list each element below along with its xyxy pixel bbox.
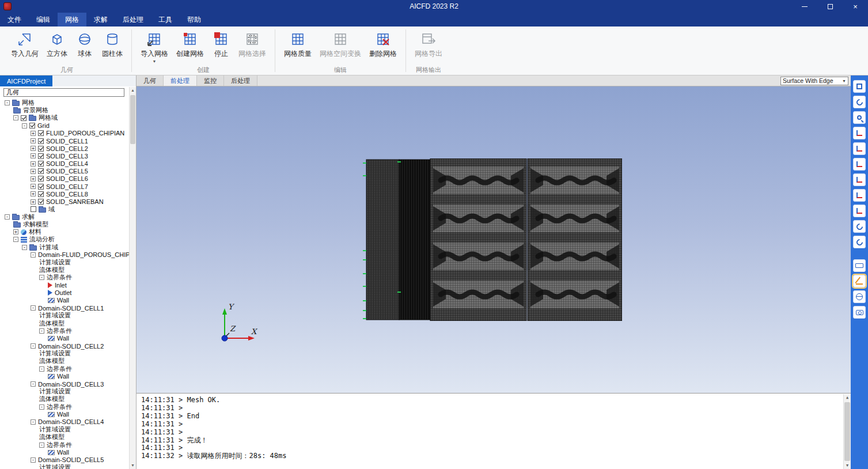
tree-checkbox[interactable] [31, 206, 36, 212]
tree-item[interactable]: +SOLID_CELL8 [0, 190, 129, 198]
console-scrollbar[interactable]: ▲ ▼ [843, 394, 851, 469]
tree-checkbox[interactable] [38, 168, 44, 174]
collapse-icon[interactable]: - [31, 381, 36, 387]
tree-item[interactable]: -求解 [0, 213, 129, 221]
tree-item[interactable]: 计算域设置 [0, 350, 129, 357]
scroll-up-icon[interactable]: ▲ [844, 394, 851, 401]
tree-item[interactable]: -Domain-SOLID_CELL5 [0, 456, 129, 464]
screen-layout-button[interactable] [853, 80, 866, 93]
mesh-view[interactable] [363, 158, 622, 321]
view-tab-1[interactable]: 前处理 [164, 75, 197, 86]
refresh-view-button[interactable] [853, 96, 866, 108]
tree-item[interactable]: 流体模型 [0, 266, 129, 274]
tree-item[interactable]: Outlet [0, 289, 129, 297]
view-front-button[interactable] [853, 158, 866, 171]
view-left-button[interactable] [853, 127, 866, 139]
view-bottom-button[interactable] [853, 205, 866, 217]
collapse-icon[interactable]: - [31, 305, 36, 311]
collapse-icon[interactable]: - [39, 275, 44, 280]
view-tab-2[interactable]: 监控 [197, 75, 224, 86]
mesh-quality-button[interactable]: 网格质量 [280, 28, 316, 59]
expand-icon[interactable]: + [31, 176, 36, 181]
expand-icon[interactable]: + [31, 153, 36, 158]
tree-item[interactable]: 流体模型 [0, 357, 129, 365]
menu-item-file[interactable]: 文件 [0, 13, 29, 27]
collapse-icon[interactable]: - [5, 100, 10, 105]
mesh-export-button[interactable]: 网格导出 [411, 28, 446, 59]
tree-item[interactable]: 求解模型 [0, 221, 129, 228]
tree-item[interactable]: +SOLID_CELL2 [0, 145, 129, 152]
tree-item[interactable]: Wall [0, 335, 129, 342]
expand-icon[interactable]: + [31, 184, 36, 189]
create-mesh-button[interactable]: 创建网格 [172, 28, 208, 59]
tree-checkbox[interactable] [38, 130, 44, 136]
tree-item[interactable]: -边界条件 [0, 365, 129, 373]
expand-icon[interactable]: + [31, 131, 36, 136]
tree-item[interactable]: -网格 [0, 99, 129, 107]
collapse-icon[interactable]: - [39, 366, 44, 372]
expand-icon[interactable]: + [31, 191, 36, 196]
tree-item[interactable]: 计算域设置 [0, 388, 129, 395]
menu-item-mesh[interactable]: 网格 [58, 13, 86, 27]
tree-item[interactable]: +SOLID_CELL4 [0, 160, 129, 168]
tree-item[interactable]: 流体模型 [0, 395, 129, 403]
view-right-button[interactable] [853, 142, 866, 155]
tree-item[interactable]: -Domain-FLUID_POROUS_CHIPIAN [0, 251, 129, 259]
tree-item[interactable]: +SOLID_CELL5 [0, 168, 129, 175]
expand-icon[interactable]: + [13, 229, 18, 234]
expand-icon[interactable]: + [31, 138, 36, 143]
tree-item[interactable]: 计算域设置 [0, 426, 129, 433]
tree-checkbox[interactable] [38, 191, 44, 197]
collapse-icon[interactable]: - [13, 115, 18, 120]
menu-item-edit[interactable]: 编辑 [29, 13, 58, 27]
view-back-button[interactable] [853, 173, 866, 186]
scroll-down-icon[interactable]: ▼ [130, 462, 136, 469]
tree-item[interactable]: +SOLID_SANREBAN [0, 198, 129, 205]
collapse-icon[interactable]: - [31, 419, 36, 425]
tree-item[interactable]: +SOLID_CELL1 [0, 137, 129, 145]
tree-item[interactable]: 域 [0, 206, 129, 213]
tree-item[interactable]: 背景网格 [0, 107, 129, 114]
cylinder-button[interactable]: 圆柱体 [98, 28, 127, 59]
tree-filter-input[interactable] [3, 88, 124, 97]
sphere-button[interactable]: 球体 [71, 28, 98, 59]
import-geometry-button[interactable]: 导入几何 [7, 28, 43, 59]
view-tab-3[interactable]: 后处理 [224, 75, 257, 86]
expand-icon[interactable]: + [31, 199, 36, 205]
menu-item-solve[interactable]: 求解 [86, 13, 115, 27]
tree-item[interactable]: -边界条件 [0, 274, 129, 281]
tree-item[interactable]: -Domain-SOLID_CELL4 [0, 418, 129, 426]
viewport-3d[interactable]: Y X Z [137, 86, 851, 393]
menu-item-post[interactable]: 后处理 [115, 13, 151, 27]
tree-item[interactable]: +SOLID_CELL3 [0, 152, 129, 160]
tree-item[interactable]: +FLUID_POROUS_CHIPIAN [0, 130, 129, 137]
display-mode-select[interactable]: Surface With Edge ▼ [780, 77, 848, 85]
collapse-icon[interactable]: - [22, 123, 27, 128]
tree-item[interactable]: -网格域 [0, 114, 129, 122]
measure-angle-button[interactable] [853, 275, 866, 288]
tree-item[interactable]: -计算域 [0, 244, 129, 251]
tree-scroll-thumb[interactable] [130, 95, 135, 144]
expand-icon[interactable]: + [31, 146, 36, 151]
collapse-icon[interactable]: - [39, 328, 44, 334]
import-mesh-button[interactable]: 导入网格▼ [137, 28, 172, 63]
tree-item[interactable]: +SOLID_CELL6 [0, 175, 129, 183]
tree-item[interactable]: Wall [0, 411, 129, 418]
collapse-icon[interactable]: - [5, 214, 10, 220]
delete-mesh-button[interactable]: 删除网格 [365, 28, 401, 59]
tree-checkbox[interactable] [38, 199, 44, 205]
tree-item[interactable]: Inlet [0, 282, 129, 289]
close-button[interactable]: × [843, 0, 868, 13]
tree-item[interactable]: +材料 [0, 228, 129, 236]
rotate-ccw-button[interactable] [853, 220, 866, 233]
tree-scrollbar[interactable]: ▲ ▼ [129, 87, 136, 469]
tree-checkbox[interactable] [38, 153, 44, 159]
screenshot-button[interactable] [853, 306, 866, 319]
tree-checkbox[interactable] [21, 115, 26, 121]
menu-item-tools[interactable]: 工具 [151, 13, 180, 27]
tree-item[interactable]: 流体模型 [0, 319, 129, 327]
mesh-transform-button[interactable]: 网格空间变换 [316, 28, 365, 59]
fit-view-button[interactable] [853, 111, 866, 124]
cube-button[interactable]: 立方体 [43, 28, 71, 59]
minimize-button[interactable] [792, 0, 817, 13]
